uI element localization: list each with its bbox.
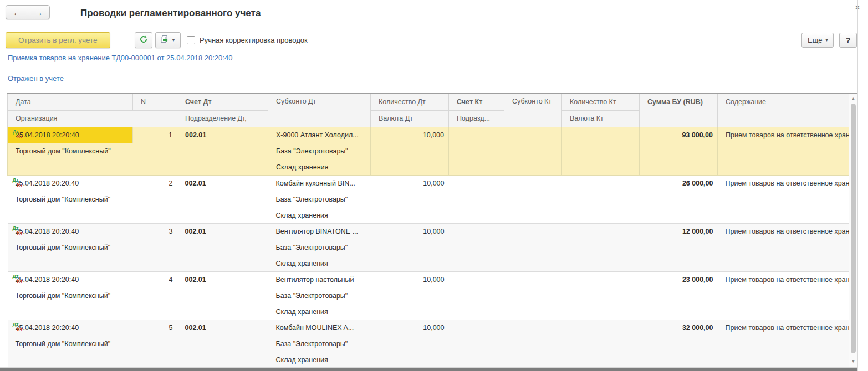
cell-quantity-kt[interactable] [562,272,640,288]
cell-org[interactable]: Торговый дом "Комплексный" [8,192,177,224]
cell-quantity-kt-3[interactable] [562,304,640,320]
cell-content[interactable]: Прием товаров на ответственное хранение [718,224,849,272]
cell-account-dt[interactable]: 002.01 [177,224,268,240]
cell-quantity-dt[interactable]: 10,000 [371,127,449,143]
col-header-quantity-dt[interactable]: Количество Дт [371,94,449,111]
table-row[interactable]: ДтКт 25.04.2018 20:20:40 1 002.01 Х-9000… [8,127,849,143]
cell-department-dt[interactable] [177,240,268,256]
cell-subconto-kt-2[interactable] [504,240,562,256]
cell-subconto-kt-3[interactable] [504,352,562,368]
cell-date[interactable]: ДтКт 25.04.2018 20:20:40 [8,320,133,336]
cell-account-dt[interactable]: 002.01 [177,127,268,143]
cell-quantity-kt[interactable] [562,320,640,336]
manual-adjustment-checkbox[interactable] [187,36,195,44]
cell-subconto-dt-3[interactable]: Склад хранения [268,352,371,368]
cell-subconto-dt-2[interactable]: База "Электротовары" [268,192,371,208]
cell-department-dt[interactable] [177,192,268,208]
posting-settings-button[interactable]: ▼ [155,32,181,48]
cell-subconto-kt-1[interactable] [504,127,562,143]
cell-subconto-dt-1[interactable]: Комбайн кухонный BIN... [268,176,371,192]
cell-amount[interactable]: 93 000,00 [640,127,718,176]
reflect-in-accounting-button[interactable]: Отразить в регл. учете [6,32,110,48]
cell-quantity-kt-2[interactable] [562,192,640,208]
cell-quantity-dt[interactable]: 10,000 [371,320,449,336]
cell-date[interactable]: ДтКт 25.04.2018 20:20:40 [8,272,133,288]
cell-date[interactable]: ДтКт 25.04.2018 20:20:40 [8,176,133,192]
cell-account-kt[interactable] [449,320,504,336]
cell-subconto-dt-1[interactable]: Х-9000 Атлант Холодил... [268,127,371,143]
cell-account-kt-3[interactable] [449,159,504,176]
cell-department-dt-2[interactable] [177,159,268,176]
cell-quantity-dt-3[interactable] [371,304,449,320]
table-row[interactable]: ДтКт 25.04.2018 20:20:40 2 002.01 Комбай… [8,176,849,192]
cell-account-kt-3[interactable] [449,304,504,320]
cell-date[interactable]: ДтКт 25.04.2018 20:20:40 [8,224,133,240]
cell-department-dt-2[interactable] [177,304,268,320]
back-arrow-icon[interactable]: ← [6,6,28,19]
cell-account-dt[interactable]: 002.01 [177,176,268,192]
cell-content[interactable]: Прием товаров на ответственное хранение [718,176,849,224]
cell-subconto-dt-3[interactable]: Склад хранения [268,256,371,272]
col-header-currency-dt[interactable]: Валюта Дт [371,111,449,127]
cell-subconto-dt-1[interactable]: Комбайн MOULINEX A... [268,320,371,336]
col-header-org[interactable]: Организация [8,111,177,127]
cell-account-kt-2[interactable] [449,336,504,352]
cell-account-kt-3[interactable] [449,352,504,368]
cell-org[interactable]: Торговый дом "Комплексный" [8,288,177,320]
cell-subconto-kt-2[interactable] [504,288,562,304]
vertical-scrollbar[interactable]: ▲ ▼ [849,94,857,367]
cell-quantity-dt-2[interactable] [371,240,449,256]
cell-subconto-dt-1[interactable]: Вентилятор BINATONE ... [268,224,371,240]
cell-subconto-kt-3[interactable] [504,208,562,224]
cell-department-dt-2[interactable] [177,256,268,272]
cell-quantity-dt-2[interactable] [371,288,449,304]
col-header-date[interactable]: Дата [8,94,133,111]
col-header-subconto-dt[interactable]: Субконто Дт [268,94,371,127]
cell-quantity-kt[interactable] [562,127,640,143]
cell-subconto-kt-2[interactable] [504,143,562,159]
cell-account-kt[interactable] [449,127,504,143]
cell-quantity-dt-2[interactable] [371,336,449,352]
cell-account-dt[interactable]: 002.01 [177,272,268,288]
cell-quantity-dt-2[interactable] [371,143,449,159]
cell-quantity-kt-3[interactable] [562,352,640,368]
cell-n[interactable]: 2 [133,176,177,192]
col-header-quantity-kt[interactable]: Количество Кт [562,94,640,111]
cell-quantity-kt-3[interactable] [562,159,640,176]
cell-subconto-kt-2[interactable] [504,336,562,352]
cell-subconto-dt-2[interactable]: База "Электротовары" [268,240,371,256]
cell-subconto-dt-3[interactable]: Склад хранения [268,208,371,224]
cell-date[interactable]: ДтКт 25.04.2018 20:20:40 [8,127,133,143]
cell-quantity-dt-3[interactable] [371,159,449,176]
cell-n[interactable]: 1 [133,127,177,143]
cell-org[interactable]: Торговый дом "Комплексный" [8,143,177,176]
more-button[interactable]: Еще ▾ [801,33,834,48]
cell-n[interactable]: 3 [133,224,177,240]
col-header-account-kt[interactable]: Счет Кт [449,94,504,111]
cell-subconto-dt-3[interactable]: Склад хранения [268,159,371,176]
col-header-department-kt[interactable]: Подразд... [449,111,504,127]
cell-quantity-kt-2[interactable] [562,143,640,159]
cell-amount[interactable]: 23 000,00 [640,272,718,320]
col-header-amount[interactable]: Сумма БУ (RUB) [640,94,718,127]
cell-amount[interactable]: 12 000,00 [640,224,718,272]
cell-quantity-dt-2[interactable] [371,192,449,208]
col-header-account-dt[interactable]: Счет Дт [177,94,268,111]
refresh-button[interactable] [135,32,152,48]
cell-org[interactable]: Торговый дом "Комплексный" [8,336,177,368]
cell-org[interactable]: Торговый дом "Комплексный" [8,240,177,272]
cell-quantity-dt-3[interactable] [371,208,449,224]
cell-account-kt-3[interactable] [449,256,504,272]
col-header-content[interactable]: Содержание [718,94,849,127]
cell-content[interactable]: Прием товаров на ответственное хранение [718,320,849,368]
cell-department-dt[interactable] [177,143,268,159]
cell-subconto-dt-2[interactable]: База "Электротовары" [268,288,371,304]
cell-quantity-kt-2[interactable] [562,288,640,304]
scroll-down-icon[interactable]: ▼ [849,358,857,365]
col-header-n[interactable]: N [133,94,177,111]
scroll-up-icon[interactable]: ▲ [849,95,857,102]
cell-subconto-kt-3[interactable] [504,159,562,176]
cell-quantity-kt-2[interactable] [562,336,640,352]
cell-quantity-dt-3[interactable] [371,352,449,368]
cell-account-kt[interactable] [449,224,504,240]
